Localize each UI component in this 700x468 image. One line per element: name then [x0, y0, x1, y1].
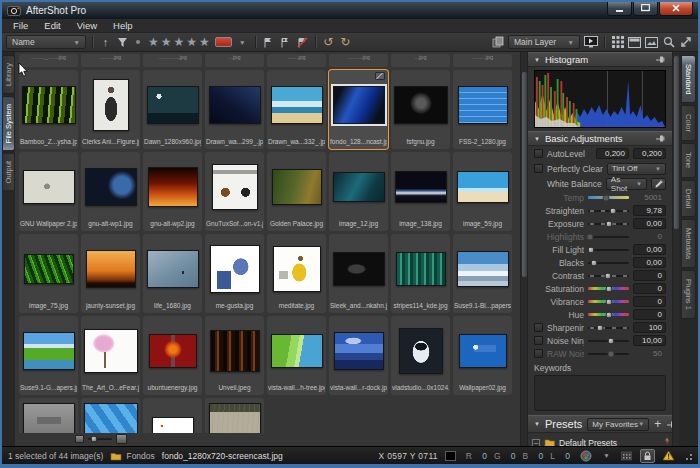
highlights-value[interactable]: 0	[633, 231, 666, 242]
lock-icon[interactable]	[640, 449, 655, 463]
thumb-cell[interactable]: Bamboo_Z...ysha.jpg	[19, 70, 78, 149]
raw-noise-slider[interactable]	[588, 353, 629, 355]
maximize-button[interactable]	[633, 2, 658, 16]
keypad-icon[interactable]	[620, 448, 633, 463]
thumb-cell[interactable]: image_138.jpg	[391, 152, 450, 231]
sharpening-value[interactable]: 100	[633, 322, 666, 333]
large-thumbnail-icon[interactable]	[116, 434, 127, 444]
blacks-value[interactable]: 0,00	[633, 257, 666, 268]
warning-icon[interactable]	[662, 448, 675, 463]
size-slider-track[interactable]	[88, 438, 112, 440]
menu-edit[interactable]: Edit	[37, 20, 67, 31]
autolevel-value-1[interactable]: 0,200	[596, 148, 629, 159]
small-thumbnail-icon[interactable]	[75, 435, 84, 443]
slider-handle[interactable]	[605, 220, 612, 227]
panel-scrollbar[interactable]	[672, 52, 679, 446]
scroll-down-icon[interactable]: ▼	[664, 439, 670, 445]
noise-ninja-slider[interactable]	[588, 340, 629, 342]
thumb-cell[interactable]: vista-wall...h-tree.jpg	[267, 316, 326, 395]
thumb-cell[interactable]: jaunty-sunset.jpg	[81, 234, 140, 313]
minimize-button[interactable]	[607, 2, 632, 16]
flag-reject-icon[interactable]	[279, 35, 292, 50]
straighten-slider[interactable]	[588, 210, 629, 212]
thumb-cell[interactable]: image_75.jpg	[19, 234, 78, 313]
keywords-input[interactable]	[534, 375, 666, 411]
straighten-value[interactable]: 9,78	[633, 205, 666, 216]
slider-handle[interactable]	[586, 233, 593, 240]
thumb-cell-partial[interactable]: ...jpg	[205, 54, 264, 67]
saturation-value[interactable]: 0	[633, 283, 666, 294]
size-slider-handle[interactable]	[91, 435, 98, 442]
slider-handle[interactable]	[605, 285, 612, 292]
panel-scrollbar-thumb[interactable]	[674, 56, 679, 229]
thumb-cell[interactable]: image_59.jpg	[453, 152, 512, 231]
thumb-cell[interactable]: Drawn_wa...299_.jpg	[205, 70, 264, 149]
grid-scrollbar[interactable]	[520, 52, 527, 446]
sharpening-slider[interactable]	[588, 327, 629, 329]
tab-plugins-1[interactable]: Plugins 1	[681, 270, 696, 319]
fill-light-value[interactable]: 0,00	[633, 244, 666, 255]
menu-file[interactable]: File	[6, 20, 35, 31]
label-color-swatch[interactable]	[215, 37, 232, 47]
slider-handle[interactable]	[604, 272, 611, 279]
filmstrip-view-icon[interactable]	[628, 35, 641, 50]
highlights-slider[interactable]	[588, 236, 629, 238]
thumb-cell[interactable]: Suse9.1-Bl...papers.jpg	[453, 234, 512, 313]
flag-pick-icon[interactable]	[262, 35, 275, 50]
vibrance-value[interactable]: 0	[633, 296, 666, 307]
tab-standard[interactable]: Standard	[681, 55, 696, 103]
magnifier-icon[interactable]	[662, 35, 675, 50]
tint-select[interactable]: Tint Off▼	[607, 163, 666, 175]
collapse-triangle-icon[interactable]: ▼	[534, 421, 540, 427]
collapse-triangle-icon[interactable]: ▼	[534, 57, 540, 63]
thumb-cell[interactable]: GnuTuxSof...on-v1.jpg	[205, 152, 264, 231]
thumb-cell-partial[interactable]: .........jpg	[453, 54, 512, 67]
noise-ninja-checkbox[interactable]	[534, 336, 543, 345]
thumb-cell[interactable]: Dawn_1280x960.jpg	[143, 70, 202, 149]
thumb-cell-partial[interactable]: .........jpg	[81, 54, 140, 67]
raw-noise-checkbox[interactable]	[534, 349, 543, 358]
slider-handle[interactable]	[607, 350, 614, 357]
menu-help[interactable]: Help	[106, 20, 140, 31]
thumb-cell[interactable]: me-gusta.jpg	[205, 234, 264, 313]
slider-handle[interactable]	[610, 207, 617, 214]
saturation-slider[interactable]	[588, 287, 629, 290]
no-rating-dot[interactable]	[136, 40, 140, 44]
blacks-slider[interactable]	[588, 262, 629, 264]
basic-adjustments-header[interactable]: ▼ Basic Adjustments	[528, 131, 672, 146]
star-filter-icon-2[interactable]: ★	[161, 36, 172, 48]
exposure-value[interactable]: 0,00	[633, 218, 666, 229]
sort-ascending-icon[interactable]: ↑	[99, 35, 112, 50]
thumb-cell[interactable]: FSS-2_1280.jpg	[453, 70, 512, 149]
slider-handle[interactable]	[603, 194, 610, 201]
tab-output[interactable]: Output	[2, 153, 15, 192]
tab-file-system[interactable]: File System	[2, 96, 15, 151]
star-filter-icon-4[interactable]: ★	[186, 36, 197, 48]
color-profile-icon[interactable]	[580, 448, 593, 463]
thumb-cell[interactable]: life_1680.jpg	[143, 234, 202, 313]
star-filter-icon-3[interactable]: ★	[174, 36, 185, 48]
tab-color[interactable]: Color	[681, 105, 696, 141]
rotate-left-icon[interactable]: ↺	[322, 35, 335, 50]
thumb-cell-partial[interactable]: ..........jpg	[329, 54, 388, 67]
chevron-down-icon[interactable]: ▼	[600, 448, 613, 463]
thumb-cell[interactable]	[205, 398, 264, 433]
fullscreen-icon[interactable]	[679, 35, 692, 50]
tab-tone[interactable]: Tone	[681, 143, 696, 177]
slider-handle[interactable]	[597, 324, 604, 331]
white-balance-select[interactable]: As Shot▼	[606, 178, 647, 190]
thumb-cell[interactable]: Suse9.1-G...apers.jpg	[19, 316, 78, 395]
rotate-right-icon[interactable]: ↻	[339, 35, 352, 50]
vibrance-slider[interactable]	[588, 300, 629, 303]
flag-clear-icon[interactable]	[296, 35, 309, 50]
sort-select[interactable]: Name▼	[6, 35, 86, 49]
thumb-cell[interactable]: gnu-alt-wp2.jpg	[143, 152, 202, 231]
resize-grip[interactable]	[684, 451, 692, 460]
thumb-cell[interactable]: Drawn_wa...332_.jpg	[267, 70, 326, 149]
thumb-cell-partial[interactable]: ..............jpg	[143, 54, 202, 67]
slider-handle[interactable]	[587, 246, 594, 253]
thumbnail-grid-view-icon[interactable]	[611, 35, 624, 50]
pin-icon[interactable]	[655, 55, 666, 64]
close-button[interactable]	[659, 2, 693, 16]
breadcrumb[interactable]: Fondos	[110, 451, 154, 461]
